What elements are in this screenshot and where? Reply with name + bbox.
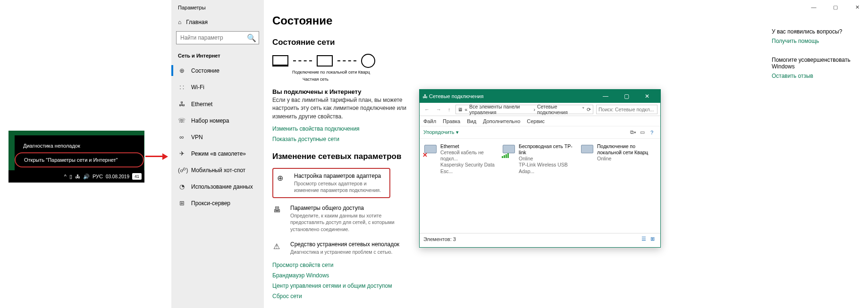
help-icon[interactable]: ? — [647, 130, 657, 135]
wifi-icon: ⸬ — [178, 83, 185, 91]
pc-icon — [272, 55, 288, 67]
disconnected-x-icon: ✕ — [422, 151, 428, 158]
settings-sidebar: Параметры ⌂ Главная 🔍 Сеть и Интернет ⊕С… — [171, 0, 264, 308]
connection-name: Подключение по локальной сети Кварц — [597, 143, 654, 156]
menu-item-diagnostics[interactable]: Диагностика неполадок — [15, 139, 144, 152]
option-sharing[interactable]: 🖶 Параметры общего доступа Определите, к… — [272, 203, 405, 234]
organize-menu[interactable]: Упорядочить ▾ — [423, 129, 459, 135]
nav-airplane[interactable]: ✈Режим «в самолете» — [171, 145, 264, 162]
link-firewall[interactable]: Брандмауэр Windows — [272, 272, 855, 279]
menu-edit[interactable]: Правка — [443, 118, 460, 124]
menu-service[interactable]: Сервис — [527, 118, 545, 124]
nav-ethernet[interactable]: 🖧Ethernet — [171, 96, 264, 112]
lan-adapter-icon — [580, 143, 594, 158]
nav-wifi[interactable]: ⸬Wi-Fi — [171, 79, 264, 96]
nav-dialup[interactable]: ☏Набор номера — [171, 112, 264, 129]
status-icon: ⊕ — [178, 67, 185, 74]
link-feedback[interactable]: Оставить отзыв — [772, 73, 857, 79]
nav-proxy[interactable]: ⊞Прокси-сервер — [171, 195, 264, 211]
nav-datausage[interactable]: ◔Использование данных — [171, 178, 264, 195]
connection-name: Ethernet — [440, 143, 497, 150]
option-adapter-settings[interactable]: ⊕ Настройка параметров адаптера Просмотр… — [272, 168, 390, 198]
link-get-help[interactable]: Получить помощь — [772, 38, 857, 44]
wifi-adapter-icon — [502, 143, 516, 158]
connection-item-ethernet[interactable]: ✕ Ethernet Сетевой кабель не подкл... Ka… — [423, 143, 497, 175]
network-context-menu: Диагностика неполадок Открыть "Параметры… — [15, 135, 144, 171]
connection-item-lan[interactable]: Подключение по локальной сети Кварц Onli… — [580, 143, 654, 175]
breadcrumb-1[interactable]: Все элементы панели управления — [469, 104, 531, 115]
nc-app-icon: 🖧 — [422, 93, 428, 99]
sharing-icon: 🖶 — [273, 205, 284, 233]
menu-view[interactable]: Вид — [467, 118, 476, 124]
option-desc: Определите, к каким данным вы хотите пре… — [290, 212, 404, 233]
preview-pane-icon[interactable]: ▭ — [638, 129, 647, 135]
warning-icon: ⚠ — [273, 241, 284, 255]
nc-navbar: ← → ↑ 🖥 « Все элементы панели управления… — [420, 103, 660, 116]
link-reset[interactable]: Сброс сети — [272, 293, 855, 300]
chevron-down-icon[interactable]: ˅ — [582, 107, 585, 112]
back-button[interactable]: ← — [422, 107, 431, 112]
menu-file[interactable]: Файл — [423, 118, 436, 124]
link-network-props[interactable]: Просмотр свойств сети — [272, 262, 855, 268]
taskbar: ^ ▯ 🖧 🔊 РУС 03.08.2019 41 — [8, 170, 144, 183]
item-count: Элементов: 3 — [423, 236, 456, 242]
link-sharing-center[interactable]: Центр управления сетями и общим доступом — [272, 283, 855, 289]
nc-menubar: Файл Правка Вид Дополнительно Сервис — [420, 116, 660, 126]
nc-search-input[interactable] — [596, 105, 657, 114]
refresh-icon[interactable]: ⟳ — [587, 107, 591, 112]
nc-toolbar: Упорядочить ▾ ⧉▾ ▭ ? — [420, 126, 660, 139]
address-bar[interactable]: 🖥 « Все элементы панели управления › Сет… — [455, 105, 594, 114]
signal-bars-icon — [502, 153, 509, 158]
airplane-icon: ✈ — [178, 150, 185, 157]
details-view-icon[interactable]: ☰ — [640, 236, 648, 242]
option-desc: Диагностика и устранение проблем с сетью… — [290, 249, 399, 255]
nav-status[interactable]: ⊕Состояние — [171, 62, 264, 79]
battery-icon[interactable]: ▯ — [69, 174, 72, 180]
option-title: Настройка параметров адаптера — [294, 173, 386, 179]
breadcrumb-2[interactable]: Сетевые подключения — [537, 104, 578, 115]
control-panel-icon: 🖥 — [458, 107, 463, 112]
help-aside: У вас появились вопросы? Получить помощь… — [772, 28, 857, 92]
tiles-view-icon[interactable]: ⊞ — [648, 236, 657, 242]
connection-status: Online — [597, 156, 654, 162]
notification-count[interactable]: 41 — [132, 173, 142, 180]
option-title: Средство устранения сетевых неполадок — [290, 241, 399, 248]
nc-maximize-button[interactable]: ▢ — [616, 93, 637, 100]
connection-device: TP-Link Wireless USB Adap... — [519, 162, 575, 174]
globe-icon: ⊕ — [277, 173, 287, 193]
nc-title-text: Сетевые подключения — [429, 93, 483, 99]
bc-sep: › — [534, 107, 536, 112]
view-layout-icon[interactable]: ⧉▾ — [628, 129, 638, 135]
language-indicator[interactable]: РУС — [93, 174, 103, 179]
bc-sep: « — [465, 107, 468, 112]
nav-hotspot[interactable]: (☍)Мобильный хот-спот — [171, 162, 264, 178]
vpn-icon: ∞ — [178, 133, 185, 141]
section-state: Состояние сети — [272, 38, 855, 47]
page-title: Состояние — [272, 14, 855, 27]
option-desc: Просмотр сетевых адаптеров и изменение п… — [294, 180, 386, 193]
nav-vpn[interactable]: ∞VPN — [171, 129, 264, 145]
option-troubleshoot[interactable]: ⚠ Средство устранения сетевых неполадок … — [272, 239, 405, 257]
up-button[interactable]: ↑ — [446, 107, 453, 112]
menu-item-open-settings[interactable]: Открыть "Параметры сети и Интернет" — [15, 152, 144, 167]
tray-popup: Диагностика неполадок Открыть "Параметры… — [8, 131, 144, 183]
tray-chevron-icon[interactable]: ^ — [64, 174, 67, 179]
nc-minimize-button[interactable]: — — [595, 93, 616, 100]
ethernet-icon: 🖧 — [178, 100, 185, 108]
forward-button[interactable]: → — [434, 107, 443, 112]
connections-list: ✕ Ethernet Сетевой кабель не подкл... Ka… — [420, 139, 660, 233]
hotspot-icon: (☍) — [178, 166, 185, 174]
volume-icon[interactable]: 🔊 — [83, 174, 90, 180]
nav-home[interactable]: ⌂ Главная — [171, 15, 264, 29]
connection-name: Беспроводная сеть TP-link — [519, 143, 575, 156]
connection-item-wifi[interactable]: Беспроводная сеть TP-link Online TP-Link… — [502, 143, 575, 175]
clock-date[interactable]: 03.08.2019 — [106, 174, 129, 179]
network-icon[interactable]: 🖧 — [75, 174, 80, 179]
nc-statusbar: Элементов: 3 ☰ ⊞ — [420, 233, 660, 244]
search-box[interactable]: 🔍 — [176, 31, 259, 44]
ethernet-adapter-icon: ✕ — [423, 143, 438, 158]
dialup-icon: ☏ — [178, 117, 185, 124]
connection-line-2 — [337, 60, 356, 61]
nc-close-button[interactable]: ✕ — [637, 93, 657, 100]
menu-extra[interactable]: Дополнительно — [483, 118, 520, 124]
